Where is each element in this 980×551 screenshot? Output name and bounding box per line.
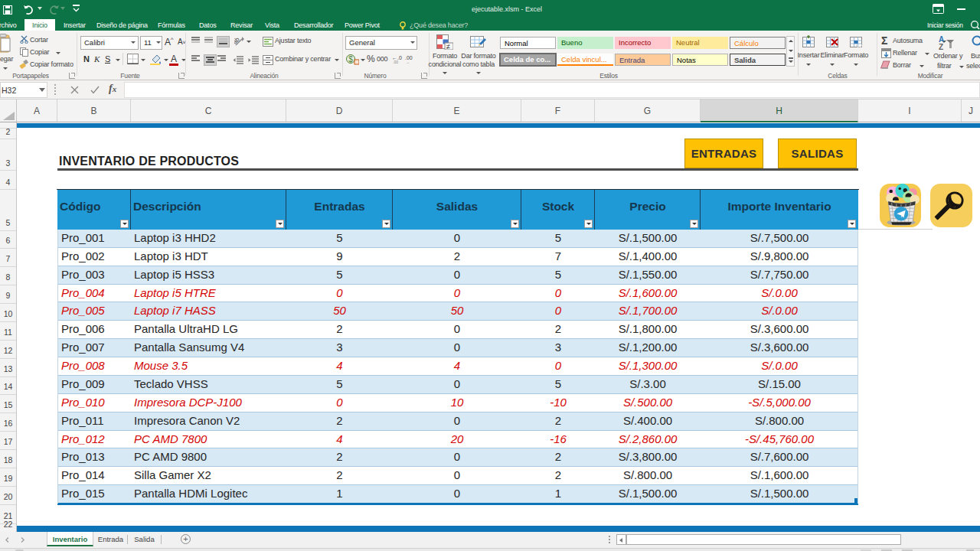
svg-text:→: → [406, 60, 410, 64]
svg-text:.00: .00 [393, 60, 398, 64]
svg-text:≠: ≠ [446, 43, 450, 50]
svg-text:Z: Z [939, 43, 943, 51]
svg-text:$: $ [348, 55, 353, 64]
svg-text:Σ: Σ [881, 35, 887, 46]
svg-text:ab: ab [234, 36, 241, 46]
